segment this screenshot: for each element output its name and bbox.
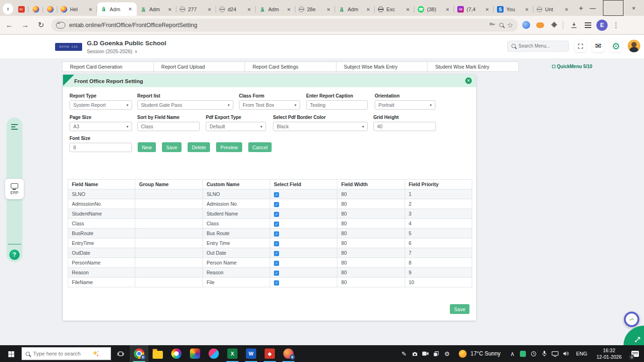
table-save-button[interactable]: Save xyxy=(450,304,469,314)
extension-orange-icon[interactable] xyxy=(534,19,546,31)
video-icon[interactable] xyxy=(420,345,431,362)
reload-button[interactable]: ↻ xyxy=(35,19,48,32)
camera-icon[interactable] xyxy=(409,345,420,362)
green-app-icon[interactable] xyxy=(518,345,528,362)
select-field-checkbox[interactable]: ✓ xyxy=(274,212,279,217)
bookmark-star-icon[interactable]: ☆ xyxy=(507,21,513,29)
volume-icon[interactable] xyxy=(560,345,571,362)
browser-tab[interactable]: BG xyxy=(14,3,28,16)
start-button[interactable] xyxy=(0,345,21,362)
field-input[interactable] xyxy=(306,100,368,110)
close-button[interactable]: × xyxy=(623,0,644,16)
taskbar-app-paint[interactable] xyxy=(167,345,186,362)
tab-close-icon[interactable]: ✕ xyxy=(127,6,133,13)
nav-tab-subject-wise-mark-entry[interactable]: Subject Wise Mark Entry xyxy=(336,62,428,72)
browser-tab[interactable]: ãAdm✕ xyxy=(256,3,295,16)
field-select[interactable]: System Report▾ xyxy=(70,100,132,110)
restore-button[interactable] xyxy=(603,0,623,16)
browser-tab[interactable]: 28e✕ xyxy=(295,3,335,16)
tab-close-icon[interactable]: ✕ xyxy=(206,6,213,13)
weather-widget[interactable]: 17°C Sunny xyxy=(452,350,507,358)
downloads-icon[interactable] xyxy=(568,19,580,31)
chat-corner-widget[interactable] xyxy=(623,326,644,345)
field-select[interactable]: Portrait▾ xyxy=(375,100,435,110)
browser-tab[interactable]: Exc✕ xyxy=(375,3,414,16)
tab-close-icon[interactable]: ✕ xyxy=(484,6,490,13)
reading-list-icon[interactable] xyxy=(582,19,594,31)
field-select[interactable]: Black▾ xyxy=(273,122,368,131)
password-key-icon[interactable] xyxy=(489,21,496,29)
select-field-checkbox[interactable]: ✓ xyxy=(274,222,279,227)
taskbar-app-chrome[interactable]: E xyxy=(130,345,148,362)
field-select[interactable]: Default▾ xyxy=(206,122,266,131)
quick-menu-button[interactable]: QuickMenu 5/10 xyxy=(552,64,592,69)
save-button[interactable]: Save xyxy=(162,142,182,152)
select-field-checkbox[interactable]: ✓ xyxy=(274,241,279,246)
browser-tab[interactable]: 277✕ xyxy=(176,3,216,16)
browser-tab[interactable]: Unt✕ xyxy=(533,3,573,16)
browser-profile-avatar[interactable]: E xyxy=(596,19,608,31)
user-avatar[interactable] xyxy=(628,40,640,52)
browser-tab[interactable] xyxy=(43,3,57,16)
back-button[interactable]: ← xyxy=(3,19,16,32)
new-button[interactable]: New xyxy=(138,142,156,152)
taskbar-app-office[interactable] xyxy=(186,345,204,362)
browser-tab[interactable]: Hel✕ xyxy=(57,3,97,16)
taskbar-app-cloud-app[interactable]: E xyxy=(279,345,298,362)
address-bar[interactable]: entab.online/FrontOffice/FrontOfficeRepo… xyxy=(51,19,518,32)
mail-button[interactable]: ✉ xyxy=(592,40,604,52)
session-selector[interactable]: Session (2025-2026) ∨ xyxy=(87,49,137,54)
browser-tab[interactable]: SYou✕ xyxy=(494,3,533,16)
tab-close-icon[interactable]: ✕ xyxy=(167,6,173,13)
browser-tab[interactable]: ✉(7,4✕ xyxy=(454,3,494,16)
gear-icon[interactable]: ⚙ xyxy=(441,345,452,362)
stack-icon[interactable] xyxy=(431,345,441,362)
chevron-up-icon[interactable]: ∧ xyxy=(507,345,518,362)
mic-icon[interactable] xyxy=(539,345,550,362)
sidebar-item-erp[interactable]: ERP xyxy=(5,179,24,199)
language-indicator[interactable]: ENG xyxy=(571,351,592,356)
tab-close-icon[interactable]: ✕ xyxy=(365,6,371,13)
notification-center-button[interactable]: 3 xyxy=(626,345,644,362)
tab-close-icon[interactable]: ✕ xyxy=(286,6,292,13)
select-field-checkbox[interactable]: ✓ xyxy=(274,202,279,207)
field-input[interactable] xyxy=(137,122,200,131)
nav-tab-student-wise-mark-entry[interactable]: Student Wise Mark Entry xyxy=(427,62,519,72)
select-field-checkbox[interactable]: ✓ xyxy=(274,261,279,266)
tab-close-icon[interactable]: ✕ xyxy=(325,6,332,13)
settings-button[interactable]: ⚙ xyxy=(610,40,622,52)
pen-icon[interactable]: ✎ xyxy=(399,345,409,362)
select-field-checkbox[interactable]: ✓ xyxy=(274,271,279,276)
tab-close-icon[interactable]: ✕ xyxy=(246,6,252,13)
fullscreen-button[interactable] xyxy=(574,40,587,52)
nav-tab-report-card-generation[interactable]: Report Card Generation xyxy=(62,62,154,72)
menu-search-input[interactable] xyxy=(518,43,565,49)
taskbar-search[interactable] xyxy=(21,347,111,360)
preview-button[interactable]: Preview xyxy=(216,142,242,152)
menu-search[interactable] xyxy=(507,41,569,52)
browser-tab[interactable]: ãAdm✕ xyxy=(137,3,176,16)
taskbar-search-input[interactable] xyxy=(33,351,88,356)
help-button[interactable]: ? xyxy=(9,250,20,260)
browser-tab[interactable]: ãAdm✕ xyxy=(97,2,137,16)
field-select[interactable]: Student Gate Pass▾ xyxy=(137,100,233,110)
browser-menu-icon[interactable]: ⋮ xyxy=(610,19,622,31)
extension-blue-icon[interactable] xyxy=(520,19,532,31)
browser-tab[interactable]: ☎(38)✕ xyxy=(414,3,454,16)
tab-close-icon[interactable]: ✕ xyxy=(87,6,94,13)
taskbar-app-red-app[interactable]: ◆ xyxy=(260,345,279,362)
nav-tab-report-card-upload[interactable]: Report Card Upload xyxy=(154,62,245,72)
forward-button[interactable]: → xyxy=(19,19,32,32)
tab-close-icon[interactable]: ✕ xyxy=(563,6,570,13)
cancel-button[interactable]: Cancel xyxy=(248,142,272,152)
taskbar-app-word[interactable]: W xyxy=(242,345,260,362)
browser-tab[interactable] xyxy=(28,3,43,16)
search-in-page-icon[interactable] xyxy=(499,23,504,27)
delete-button[interactable]: Delete xyxy=(188,142,210,152)
tab-close-icon[interactable]: ✕ xyxy=(444,6,451,13)
panel-close-icon[interactable]: ✕ xyxy=(465,77,472,84)
tab-search-button[interactable]: ∨ xyxy=(3,3,13,14)
taskbar-clock[interactable]: 16:32 12-01-2026 xyxy=(592,347,626,360)
field-select[interactable]: A3▾ xyxy=(70,122,132,131)
task-view-button[interactable] xyxy=(111,345,130,362)
